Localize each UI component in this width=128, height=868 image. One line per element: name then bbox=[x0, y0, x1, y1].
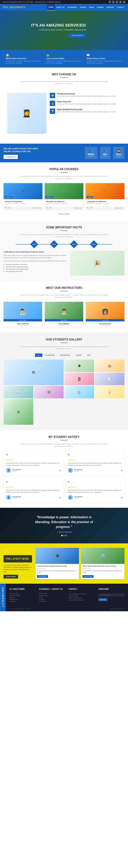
gallery-item-8[interactable]: 🏢 bbox=[65, 386, 94, 398]
nav-item-support[interactable]: Support bbox=[105, 4, 116, 11]
gallery-tab-course[interactable]: COURSE bbox=[73, 353, 84, 357]
topbar-question: Have any questions? Give Us a Call Today bbox=[3, 1, 33, 3]
testimonials-subtitle: Lorem ipsum dolor sit amet, consectetur … bbox=[19, 443, 109, 447]
top-bar: Have any questions? Give Us a Call Today… bbox=[0, 0, 128, 4]
footer-link-7[interactable]: Student Services bbox=[39, 595, 65, 596]
footer-link-8[interactable]: Library bbox=[39, 597, 65, 598]
social-twitter[interactable]: t bbox=[112, 1, 115, 3]
nav-item-home[interactable]: Home bbox=[47, 4, 55, 11]
top-bar-right: f t g in ▶ bbox=[109, 1, 125, 3]
feature-courses-desc: Countless over consectetur adipiscing el… bbox=[46, 60, 82, 64]
course-card-1: 🎓 Academy Courses for Beginners By James… bbox=[4, 183, 42, 210]
blue-banner: WE ARE ALWAYS READY WITH BESTONLINE COUR… bbox=[0, 144, 128, 162]
nav-item-events[interactable]: Events bbox=[78, 4, 88, 11]
news-desc: Lorem ipsum dolor sit amet, consectetur … bbox=[4, 564, 32, 573]
instructor-role-1: Science Professor bbox=[5, 324, 41, 326]
why-item-professionals-text: Highly Qualified Professionals Lorem ips… bbox=[57, 108, 117, 113]
gallery-tab-classroom[interactable]: CLASSROOM bbox=[43, 353, 57, 357]
testimonial-text-2: Lorem ipsum dolor sit amet, consectetur … bbox=[68, 462, 122, 466]
footer-link-2[interactable]: Academic Programs bbox=[9, 595, 35, 596]
instructor-card-3: 👩‍🏫 View Profile Mia Johansson Social Pr… bbox=[86, 302, 124, 327]
gallery-item-4[interactable]: 👩‍🎓 bbox=[65, 373, 94, 385]
gallery-item-6[interactable]: 📖 bbox=[4, 386, 33, 398]
gallery-item-5[interactable]: 📝 bbox=[95, 373, 124, 385]
instructors-subtitle: Lorem ipsum dolor sit amet, consectetur … bbox=[19, 294, 109, 298]
hero-cta-button[interactable]: GET STARTED bbox=[69, 33, 86, 38]
fact-bullet-3: The primary and upcoming activities bbox=[4, 268, 67, 270]
author-role-2: Student bbox=[74, 470, 83, 472]
banner-contact-button[interactable]: CONTACT US bbox=[4, 155, 18, 159]
dot-3[interactable] bbox=[66, 535, 67, 536]
feature-courses-icon: 📚 bbox=[46, 54, 82, 57]
footer-email-input[interactable] bbox=[98, 593, 124, 597]
stars-3: ★★★★★ bbox=[6, 486, 60, 488]
footer-link-4[interactable]: Admission Info bbox=[9, 599, 35, 600]
social-linkedin[interactable]: in bbox=[119, 1, 122, 3]
nav-item-news[interactable]: News bbox=[88, 4, 95, 11]
gallery-item-2[interactable]: 🎓 bbox=[65, 360, 94, 372]
footer-link-9[interactable]: IT Support bbox=[39, 599, 65, 600]
gallery-item-1[interactable]: 📚 bbox=[4, 360, 63, 385]
author-name-2: Pia Johnson bbox=[74, 469, 83, 470]
why-item-friendly-text: Friendly Environment Lorem ipsum dolor s… bbox=[57, 93, 117, 97]
nav-item-academics[interactable]: Academics bbox=[66, 4, 79, 11]
gallery-tab-all[interactable]: ALL bbox=[35, 353, 42, 357]
gallery-title: OUR STUDENTS GALLERY bbox=[4, 338, 124, 341]
dot-2[interactable] bbox=[63, 535, 65, 536]
author-info-1: Pia Johnson Student bbox=[12, 469, 21, 472]
news-card-2: 🏛️ Hillary Clinton Delivers Remarks 'Lec… bbox=[81, 548, 124, 579]
footer-link-6[interactable]: Faculty & Staff bbox=[39, 593, 65, 594]
course-label-1: Brains Course bbox=[33, 207, 41, 209]
nav-item-campus[interactable]: Campus bbox=[116, 4, 125, 11]
why-item-friendly: 🤝 Friendly Environment Lorem ipsum dolor… bbox=[50, 93, 121, 98]
topbar-phone: 1.800.555.0100 | info@university.com bbox=[34, 1, 61, 3]
nav-item-career[interactable]: Career bbox=[95, 4, 105, 11]
dot-1[interactable] bbox=[61, 535, 62, 536]
facts-para-2: Lorem ipsum dolor sit amet, consectetur … bbox=[4, 260, 67, 262]
footer-link-10[interactable]: Financial Aid bbox=[39, 601, 65, 602]
stat-students-num: 8000+ bbox=[88, 153, 95, 156]
footer-link-5[interactable]: Campus Life bbox=[9, 601, 35, 602]
news-card-title-1: Honorary Degrees Awarded At Amache 2018 bbox=[37, 565, 78, 567]
social-facebook[interactable]: f bbox=[109, 1, 111, 3]
social-google[interactable]: g bbox=[116, 1, 118, 3]
nav-logo[interactable]: TPS UNIVERSITY bbox=[3, 6, 26, 9]
footer-link-3[interactable]: Research bbox=[9, 597, 35, 598]
footer-link-1[interactable]: About University bbox=[9, 593, 35, 594]
nav-item-about[interactable]: About Us bbox=[55, 4, 66, 11]
gallery-item-3[interactable]: 🏫 bbox=[95, 360, 124, 372]
social-youtube[interactable]: ▶ bbox=[123, 1, 125, 3]
footer-main: AT LATEST NEWS About University Academic… bbox=[6, 584, 128, 611]
gallery-tab-test[interactable]: TEST bbox=[85, 353, 93, 357]
author-role-3: Student bbox=[12, 498, 21, 499]
news-card-img-2: 🏛️ bbox=[81, 548, 124, 564]
instructor-label-1[interactable]: View Profile bbox=[4, 319, 42, 321]
why-choose-title: WHY CHOOSE US bbox=[4, 73, 124, 76]
instructor-label-3[interactable]: View Profile bbox=[86, 319, 124, 321]
gallery-item-9[interactable]: 💡 bbox=[95, 386, 124, 398]
footer-col-news: AT LATEST NEWS About University Academic… bbox=[9, 588, 35, 603]
read-more-button-1[interactable]: READ MORE bbox=[37, 575, 48, 578]
features-bar: 🌟 World's Best Instructors Countless ove… bbox=[0, 50, 128, 67]
gallery-tab-playground[interactable]: PLAYGROUND bbox=[58, 353, 72, 357]
why-item-expert-desc: Lorem ipsum dolor sit amet, consectetur … bbox=[57, 103, 117, 105]
top-bar-left: Have any questions? Give Us a Call Today… bbox=[3, 1, 61, 3]
feature-library-desc: Countless over consectetur adipiscing el… bbox=[86, 60, 122, 64]
instructor-img-1: 👨‍🔬 View Profile bbox=[4, 302, 42, 321]
more-courses-link[interactable]: + More Courses bbox=[58, 213, 70, 215]
timeline-year-3: 2017 bbox=[70, 240, 78, 248]
gallery-item-10[interactable]: 🌳 bbox=[4, 399, 33, 425]
course-img-2: 📚 Education bbox=[45, 183, 84, 199]
course-meta-1: By James / in Academy / 3 Comments bbox=[5, 203, 41, 204]
instructor-role-3: Social Professor bbox=[87, 324, 123, 326]
news-right: 🎓 Honorary Degrees Awarded At Amache 201… bbox=[36, 548, 124, 579]
read-more-button-2[interactable]: READ MORE bbox=[83, 575, 93, 578]
instructor-label-2[interactable]: View Profile bbox=[45, 319, 83, 321]
news-card-title-2: Hillary Clinton Delivers Remarks 'Lectur… bbox=[83, 565, 123, 567]
course-meta-2: By James / in Education / 3 Comments bbox=[46, 203, 82, 204]
blue-banner-left: WE ARE ALWAYS READY WITH BESTONLINE COUR… bbox=[4, 147, 39, 159]
footer-subscribe-button[interactable]: Subscribe bbox=[98, 598, 108, 601]
course-img-1: 🎓 Academy bbox=[4, 183, 42, 199]
gallery-item-7[interactable]: 🌿 bbox=[34, 386, 63, 398]
news-learn-more-button[interactable]: LEARN MORE bbox=[4, 575, 18, 579]
